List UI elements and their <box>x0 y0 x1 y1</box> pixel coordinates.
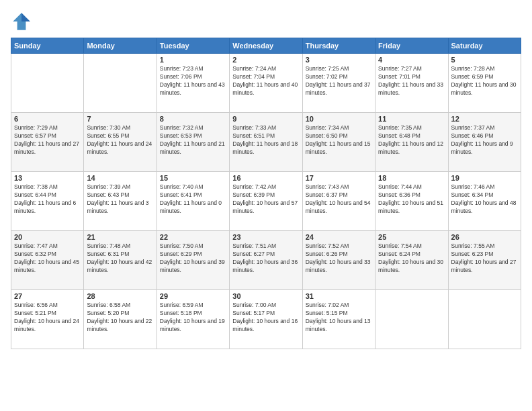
day-info: Sunrise: 7:55 AM Sunset: 6:23 PM Dayligh… <box>451 242 518 275</box>
day-number: 19 <box>451 174 518 182</box>
day-number: 7 <box>87 115 153 123</box>
day-number: 15 <box>160 174 226 182</box>
calendar-cell: 13Sunrise: 7:38 AM Sunset: 6:44 PM Dayli… <box>11 172 84 231</box>
page: SundayMondayTuesdayWednesdayThursdayFrid… <box>0 0 532 411</box>
calendar-cell: 29Sunrise: 6:59 AM Sunset: 5:18 PM Dayli… <box>157 290 229 349</box>
calendar-cell: 30Sunrise: 7:00 AM Sunset: 5:17 PM Dayli… <box>230 290 302 349</box>
calendar-cell: 22Sunrise: 7:50 AM Sunset: 6:29 PM Dayli… <box>157 231 229 290</box>
day-number: 4 <box>378 56 445 64</box>
day-info: Sunrise: 7:46 AM Sunset: 6:34 PM Dayligh… <box>451 183 518 216</box>
day-number: 21 <box>87 233 153 241</box>
logo <box>11 11 35 32</box>
day-number: 22 <box>160 233 226 241</box>
calendar-cell: 20Sunrise: 7:47 AM Sunset: 6:32 PM Dayli… <box>11 231 84 290</box>
calendar-cell: 7Sunrise: 7:30 AM Sunset: 6:55 PM Daylig… <box>84 113 157 172</box>
day-info: Sunrise: 7:42 AM Sunset: 6:39 PM Dayligh… <box>232 183 299 216</box>
day-info: Sunrise: 7:39 AM Sunset: 6:43 PM Dayligh… <box>87 183 153 216</box>
day-number: 1 <box>160 56 226 64</box>
weekday-header-row: SundayMondayTuesdayWednesdayThursdayFrid… <box>11 38 521 54</box>
calendar-table: SundayMondayTuesdayWednesdayThursdayFrid… <box>11 38 521 349</box>
day-number: 13 <box>14 174 81 182</box>
calendar-cell: 16Sunrise: 7:42 AM Sunset: 6:39 PM Dayli… <box>230 172 302 231</box>
day-info: Sunrise: 7:44 AM Sunset: 6:36 PM Dayligh… <box>378 183 445 216</box>
day-info: Sunrise: 7:47 AM Sunset: 6:32 PM Dayligh… <box>14 242 81 275</box>
calendar-cell <box>375 290 448 349</box>
day-info: Sunrise: 7:38 AM Sunset: 6:44 PM Dayligh… <box>14 183 81 216</box>
day-info: Sunrise: 7:23 AM Sunset: 7:06 PM Dayligh… <box>160 65 226 97</box>
day-number: 16 <box>232 174 299 182</box>
calendar-cell: 28Sunrise: 6:58 AM Sunset: 5:20 PM Dayli… <box>84 290 157 349</box>
day-info: Sunrise: 7:35 AM Sunset: 6:48 PM Dayligh… <box>378 124 445 156</box>
day-number: 20 <box>14 233 81 241</box>
day-info: Sunrise: 7:34 AM Sunset: 6:50 PM Dayligh… <box>306 124 372 156</box>
day-number: 23 <box>232 233 299 241</box>
day-number: 3 <box>306 56 372 64</box>
day-number: 25 <box>378 233 445 241</box>
calendar-cell: 14Sunrise: 7:39 AM Sunset: 6:43 PM Dayli… <box>84 172 157 231</box>
day-info: Sunrise: 6:56 AM Sunset: 5:21 PM Dayligh… <box>14 302 81 334</box>
weekday-header-saturday: Saturday <box>448 38 521 54</box>
calendar-cell: 8Sunrise: 7:32 AM Sunset: 6:53 PM Daylig… <box>157 113 229 172</box>
day-info: Sunrise: 7:50 AM Sunset: 6:29 PM Dayligh… <box>160 242 226 275</box>
calendar-cell: 15Sunrise: 7:40 AM Sunset: 6:41 PM Dayli… <box>157 172 229 231</box>
weekday-header-monday: Monday <box>84 38 157 54</box>
week-row-2: 13Sunrise: 7:38 AM Sunset: 6:44 PM Dayli… <box>11 172 521 231</box>
day-number: 17 <box>306 174 372 182</box>
day-number: 14 <box>87 174 153 182</box>
day-info: Sunrise: 7:29 AM Sunset: 6:57 PM Dayligh… <box>14 124 81 156</box>
week-row-4: 27Sunrise: 6:56 AM Sunset: 5:21 PM Dayli… <box>11 290 521 349</box>
day-number: 11 <box>378 115 445 123</box>
day-info: Sunrise: 7:02 AM Sunset: 5:15 PM Dayligh… <box>306 302 372 334</box>
calendar-cell: 4Sunrise: 7:27 AM Sunset: 7:01 PM Daylig… <box>375 54 448 113</box>
day-info: Sunrise: 7:33 AM Sunset: 6:51 PM Dayligh… <box>232 124 299 156</box>
day-number: 8 <box>160 115 226 123</box>
calendar-cell: 31Sunrise: 7:02 AM Sunset: 5:15 PM Dayli… <box>302 290 375 349</box>
calendar-cell <box>84 54 157 113</box>
day-number: 31 <box>306 292 372 300</box>
calendar-cell: 23Sunrise: 7:51 AM Sunset: 6:27 PM Dayli… <box>230 231 302 290</box>
calendar-cell: 9Sunrise: 7:33 AM Sunset: 6:51 PM Daylig… <box>230 113 302 172</box>
weekday-header-sunday: Sunday <box>11 38 84 54</box>
calendar-cell: 3Sunrise: 7:25 AM Sunset: 7:02 PM Daylig… <box>302 54 375 113</box>
day-number: 30 <box>232 292 299 300</box>
day-info: Sunrise: 7:48 AM Sunset: 6:31 PM Dayligh… <box>87 242 153 275</box>
day-info: Sunrise: 7:40 AM Sunset: 6:41 PM Dayligh… <box>160 183 226 216</box>
calendar-cell: 6Sunrise: 7:29 AM Sunset: 6:57 PM Daylig… <box>11 113 84 172</box>
calendar-cell: 26Sunrise: 7:55 AM Sunset: 6:23 PM Dayli… <box>448 231 521 290</box>
calendar-cell: 18Sunrise: 7:44 AM Sunset: 6:36 PM Dayli… <box>375 172 448 231</box>
week-row-1: 6Sunrise: 7:29 AM Sunset: 6:57 PM Daylig… <box>11 113 521 172</box>
day-number: 18 <box>378 174 445 182</box>
day-number: 10 <box>306 115 372 123</box>
day-info: Sunrise: 7:37 AM Sunset: 6:46 PM Dayligh… <box>451 124 518 156</box>
day-number: 28 <box>87 292 153 300</box>
day-info: Sunrise: 7:25 AM Sunset: 7:02 PM Dayligh… <box>306 65 372 97</box>
day-number: 9 <box>232 115 299 123</box>
weekday-header-wednesday: Wednesday <box>230 38 302 54</box>
calendar-cell: 5Sunrise: 7:28 AM Sunset: 6:59 PM Daylig… <box>448 54 521 113</box>
day-number: 12 <box>451 115 518 123</box>
day-info: Sunrise: 7:32 AM Sunset: 6:53 PM Dayligh… <box>160 124 226 156</box>
calendar-cell: 10Sunrise: 7:34 AM Sunset: 6:50 PM Dayli… <box>302 113 375 172</box>
day-number: 26 <box>451 233 518 241</box>
day-info: Sunrise: 7:30 AM Sunset: 6:55 PM Dayligh… <box>87 124 153 156</box>
day-number: 6 <box>14 115 81 123</box>
calendar-cell: 21Sunrise: 7:48 AM Sunset: 6:31 PM Dayli… <box>84 231 157 290</box>
calendar-cell: 2Sunrise: 7:24 AM Sunset: 7:04 PM Daylig… <box>230 54 302 113</box>
week-row-0: 1Sunrise: 7:23 AM Sunset: 7:06 PM Daylig… <box>11 54 521 113</box>
calendar-cell: 25Sunrise: 7:54 AM Sunset: 6:24 PM Dayli… <box>375 231 448 290</box>
day-info: Sunrise: 7:52 AM Sunset: 6:26 PM Dayligh… <box>306 242 372 275</box>
day-number: 5 <box>451 56 518 64</box>
weekday-header-friday: Friday <box>375 38 448 54</box>
day-info: Sunrise: 6:59 AM Sunset: 5:18 PM Dayligh… <box>160 302 226 334</box>
day-number: 27 <box>14 292 81 300</box>
weekday-header-tuesday: Tuesday <box>157 38 229 54</box>
day-number: 2 <box>232 56 299 64</box>
week-row-3: 20Sunrise: 7:47 AM Sunset: 6:32 PM Dayli… <box>11 231 521 290</box>
day-info: Sunrise: 6:58 AM Sunset: 5:20 PM Dayligh… <box>87 302 153 334</box>
calendar-cell: 12Sunrise: 7:37 AM Sunset: 6:46 PM Dayli… <box>448 113 521 172</box>
day-info: Sunrise: 7:28 AM Sunset: 6:59 PM Dayligh… <box>451 65 518 97</box>
calendar-cell <box>11 54 84 113</box>
day-info: Sunrise: 7:27 AM Sunset: 7:01 PM Dayligh… <box>378 65 445 97</box>
header <box>11 11 521 32</box>
day-info: Sunrise: 7:24 AM Sunset: 7:04 PM Dayligh… <box>232 65 299 97</box>
